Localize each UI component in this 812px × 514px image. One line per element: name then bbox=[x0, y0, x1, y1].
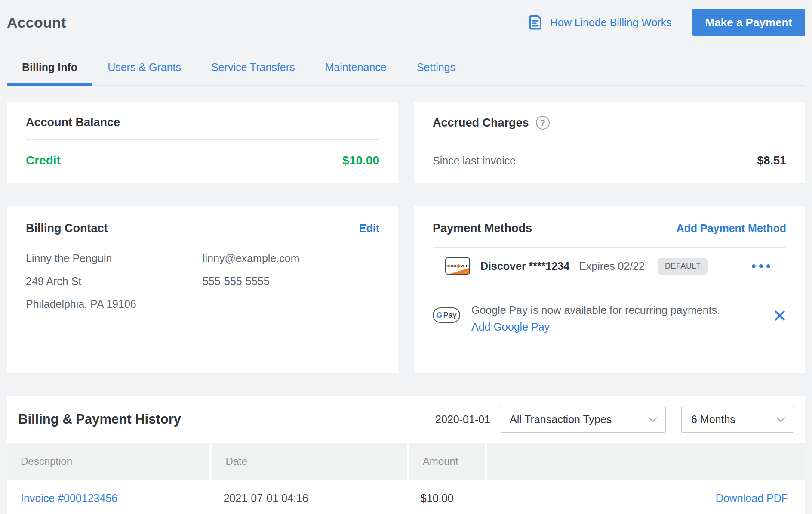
chevron-down-icon bbox=[776, 413, 785, 422]
accrued-charges-title: Accrued Charges bbox=[433, 116, 529, 130]
column-header-blank bbox=[485, 443, 805, 480]
account-balance-title: Account Balance bbox=[26, 116, 120, 129]
since-last-invoice-label: Since last invoice bbox=[433, 155, 516, 167]
summary-cards: Account Balance Credit $10.00 Accrued Ch… bbox=[7, 102, 805, 373]
transaction-type-value: All Transaction Types bbox=[510, 413, 612, 426]
invoice-link[interactable]: Invoice #000123456 bbox=[21, 492, 117, 504]
document-icon bbox=[526, 13, 544, 31]
tab-billing-info[interactable]: Billing Info bbox=[7, 53, 92, 86]
google-pay-icon: G Pay bbox=[433, 307, 460, 323]
billing-history-header: Billing & Payment History 2020-01-01 All… bbox=[7, 396, 805, 443]
discover-card-logo: DISC VER bbox=[445, 257, 470, 275]
make-payment-button[interactable]: Make a Payment bbox=[692, 9, 805, 36]
accrued-charges-card: Accrued Charges ? Since last invoice $8.… bbox=[414, 102, 805, 183]
billing-guide-label: How Linode Billing Works bbox=[550, 16, 672, 29]
account-page: Account How Linode Billing Works Make a … bbox=[0, 9, 812, 514]
tab-users-grants[interactable]: Users & Grants bbox=[92, 53, 196, 86]
google-pay-message: Google Pay is now available for recurrin… bbox=[471, 304, 720, 316]
default-badge: DEFAULT bbox=[658, 258, 708, 275]
account-balance-amount: $10.00 bbox=[342, 154, 379, 167]
edit-billing-contact-link[interactable]: Edit bbox=[359, 222, 379, 235]
tab-maintenance[interactable]: Maintenance bbox=[310, 53, 402, 86]
add-google-pay-link[interactable]: Add Google Pay bbox=[471, 321, 720, 333]
ellipsis-menu-icon[interactable] bbox=[748, 261, 774, 272]
accrued-charges-amount: $8.51 bbox=[757, 154, 786, 167]
divider bbox=[433, 140, 786, 140]
account-tabs: Billing Info Users & Grants Service Tran… bbox=[7, 53, 805, 86]
column-header-description[interactable]: Description bbox=[7, 443, 209, 480]
credit-status-label: Credit bbox=[26, 154, 61, 167]
page-title: Account bbox=[7, 14, 66, 31]
discover-logo-swoosh bbox=[449, 268, 470, 274]
billing-history-table: Description Date Amount Invoice #0001234… bbox=[7, 443, 805, 514]
help-icon[interactable]: ? bbox=[536, 116, 550, 130]
billing-history-title: Billing & Payment History bbox=[18, 412, 181, 427]
contact-email: linny@example.com bbox=[203, 253, 379, 264]
date-range-value: 6 Months bbox=[691, 413, 735, 426]
card-number-label: Discover ****1234 bbox=[480, 260, 569, 272]
google-pay-label: Pay bbox=[443, 311, 456, 320]
divider bbox=[26, 139, 379, 140]
discover-logo-dot bbox=[457, 264, 460, 268]
billing-guide-link[interactable]: How Linode Billing Works bbox=[526, 13, 672, 31]
contact-street: 249 Arch St bbox=[26, 276, 203, 287]
transaction-type-select[interactable]: All Transaction Types bbox=[500, 406, 666, 433]
contact-phone: 555-555-5555 bbox=[203, 276, 379, 287]
discover-logo-text-right: VER bbox=[461, 264, 469, 268]
google-pay-g: G bbox=[436, 311, 442, 320]
billing-contact-card: Billing Contact Edit Linny the Penguin 2… bbox=[7, 206, 398, 373]
payment-methods-title: Payment Methods bbox=[433, 222, 532, 235]
invoice-amount: $10.00 bbox=[407, 480, 485, 514]
billing-history-section: Billing & Payment History 2020-01-01 All… bbox=[7, 396, 805, 514]
contact-city: Philadelphia, PA 19106 bbox=[26, 299, 203, 310]
payment-method-row: DISC VER Discover ****1234 Expires 02/22… bbox=[433, 247, 786, 285]
contact-name: Linny the Penguin bbox=[26, 253, 203, 264]
invoice-date: 2021-07-01 04:16 bbox=[209, 480, 406, 514]
payment-methods-card: Payment Methods Add Payment Method DISC … bbox=[414, 206, 805, 373]
google-pay-promo: G Pay Google Pay is now available for re… bbox=[433, 304, 786, 333]
account-balance-card: Account Balance Credit $10.00 bbox=[7, 102, 398, 183]
table-header-row: Description Date Amount bbox=[7, 443, 805, 480]
start-date-field[interactable]: 2020-01-01 bbox=[435, 413, 490, 426]
add-payment-method-link[interactable]: Add Payment Method bbox=[676, 222, 786, 235]
tab-service-transfers[interactable]: Service Transfers bbox=[196, 53, 310, 86]
discover-logo-text-left: DISC bbox=[446, 264, 456, 268]
column-header-amount[interactable]: Amount bbox=[407, 443, 485, 480]
billing-contact-details: Linny the Penguin 249 Arch St Philadelph… bbox=[26, 253, 379, 322]
column-header-date[interactable]: Date bbox=[209, 443, 406, 480]
download-pdf-link[interactable]: Download PDF bbox=[716, 492, 788, 504]
header-actions: How Linode Billing Works Make a Payment bbox=[526, 9, 805, 36]
tab-settings[interactable]: Settings bbox=[402, 53, 471, 86]
page-header: Account How Linode Billing Works Make a … bbox=[7, 9, 805, 36]
card-expiry-label: Expires 02/22 bbox=[579, 260, 645, 272]
chevron-down-icon bbox=[648, 413, 657, 422]
table-row: Invoice #000123456 2021-07-01 04:16 $10.… bbox=[7, 480, 805, 514]
billing-contact-title: Billing Contact bbox=[26, 222, 108, 235]
date-range-select[interactable]: 6 Months bbox=[681, 406, 794, 433]
close-icon[interactable] bbox=[773, 309, 786, 322]
